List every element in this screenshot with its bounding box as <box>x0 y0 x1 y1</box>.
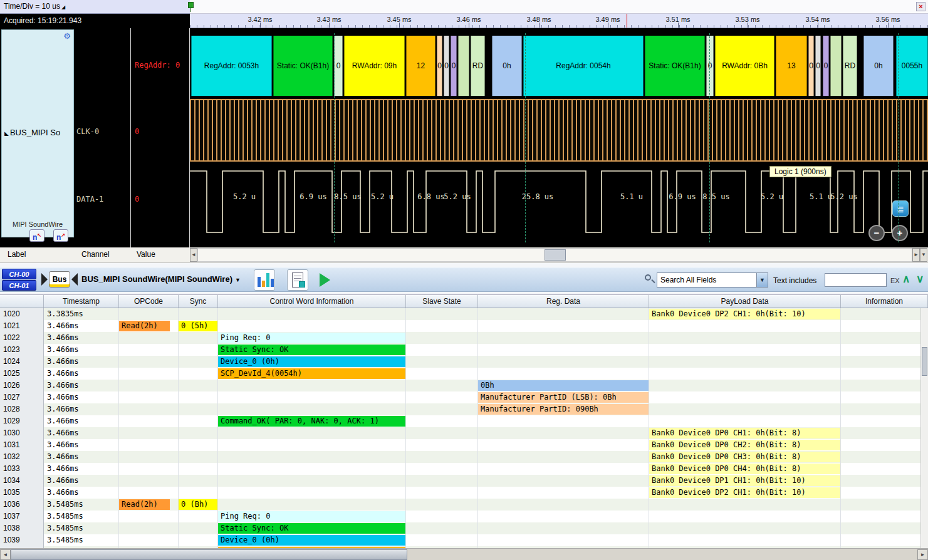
cell-slave <box>406 380 478 391</box>
table-row[interactable]: 10343.466msBank0 Device0 DP1 CH1: 0h(Bit… <box>0 475 928 487</box>
cell-cwi <box>218 391 406 403</box>
cell-info <box>841 475 928 487</box>
bus-selector[interactable]: BUS_MIPI SoundWire(MIPI SoundWire)▼ <box>81 274 241 284</box>
cell-cwi: Device_0 (0h) <box>218 356 406 368</box>
collapse-icon[interactable]: ◣ <box>4 130 9 137</box>
cell-reg <box>478 511 649 522</box>
cell-highlight: Device_0 (0h) <box>218 356 405 367</box>
cell-reg: 0Bh <box>478 380 649 391</box>
row-number: 1028 <box>0 403 44 415</box>
bus-icon[interactable]: Bus <box>41 270 78 289</box>
bus-label[interactable]: ◣BUS_MIPI So <box>4 128 72 137</box>
table-row[interactable]: 10263.466ms0Bh <box>0 380 928 391</box>
bottom-scrollbar[interactable]: ◄ ► <box>0 548 928 560</box>
hscroll-track[interactable] <box>197 248 912 262</box>
table-row[interactable]: 10233.466msStatic Sync: OK <box>0 344 928 356</box>
channel-name-data[interactable]: DATA-1 <box>76 195 103 204</box>
cell-reg <box>478 415 649 427</box>
chart-view-button[interactable] <box>254 269 275 291</box>
bus-channel-panel[interactable]: ⚙ ◣BUS_MIPI So MIPI SoundWire n↖ n↗ <box>1 29 74 237</box>
cell-payload: Bank0 Device0 DP0 CH1: 0h(Bit: 8) <box>649 427 841 439</box>
cell-payload <box>649 380 841 391</box>
zoom-out-button[interactable]: − <box>868 225 885 241</box>
search-prev-icon[interactable]: ∧ <box>902 272 910 286</box>
cell-info <box>841 439 928 451</box>
cell-info <box>841 427 928 439</box>
hscroll-thumb[interactable] <box>545 249 566 261</box>
table-row[interactable]: 10243.466msDevice_0 (0h) <box>0 356 928 368</box>
table-row[interactable]: 10203.3835msBank0 Device0 DP2 CH1: 0h(Bi… <box>0 308 928 320</box>
table-row[interactable]: 10273.466msManufacturer PartID (LSB): 0B… <box>0 391 928 403</box>
cell-info <box>841 356 928 368</box>
cell-highlight: Device_0 (0h) <box>218 535 405 546</box>
timestamp-cell: 3.466ms <box>44 391 119 403</box>
timeline-cursor[interactable] <box>627 14 627 28</box>
cell-highlight: Read(2h) <box>119 499 170 510</box>
table-row[interactable]: 10253.466msSCP_DevId_4(0054h) <box>0 368 928 380</box>
zoom-in-button[interactable]: + <box>892 225 908 241</box>
cell-opcode <box>119 451 179 463</box>
channel-name-clk[interactable]: CLK-0 <box>76 127 99 136</box>
hscroll-left-button[interactable]: ◄ <box>190 248 197 262</box>
table-row[interactable]: 10293.466msCommand_OK( PAR: 0, NAK: 0, A… <box>0 415 928 427</box>
row-number: 1020 <box>0 308 44 320</box>
play-button[interactable] <box>320 273 330 287</box>
trigger-flag-icon <box>188 2 194 8</box>
table-row[interactable]: 10283.466msManufacturer PartID: 090Bh <box>0 403 928 415</box>
timediv-expand-icon[interactable]: ◢ <box>61 4 65 10</box>
table-row[interactable]: 10223.466msPing Req: 0 <box>0 332 928 344</box>
tab-ch01[interactable]: CH-01 <box>2 280 36 291</box>
scroll-left-button[interactable]: ◄ <box>0 549 11 560</box>
table-body: 10203.3835msBank0 Device0 DP2 CH1: 0h(Bi… <box>0 308 928 548</box>
table-vscroll-track[interactable] <box>920 308 928 548</box>
table-row[interactable]: 10393.5485msDevice_0 (0h) <box>0 534 928 546</box>
gear-icon[interactable]: ⚙ <box>63 31 71 41</box>
cell-sync <box>179 332 218 344</box>
table-row[interactable]: 10333.466msBank0 Device0 DP0 CH4: 0h(Bit… <box>0 463 928 475</box>
ruler-tick-mark <box>399 23 400 28</box>
table-row[interactable]: 10373.5485msPing Req: 0 <box>0 511 928 522</box>
tab-ch00[interactable]: CH-00 <box>2 269 36 279</box>
waveform-plot[interactable]: RegAddr: 0053hStatic: OK(B1h)0RWAddr: 09… <box>190 28 928 247</box>
hscroll-right-button[interactable]: ► <box>912 248 920 262</box>
timing-annotation: 8.5 us <box>329 192 367 201</box>
table-row[interactable]: 10213.466msRead(2h)0 (5h) <box>0 320 928 332</box>
report-button[interactable] <box>287 269 308 291</box>
timing-annotation: 5.1 u <box>613 192 650 201</box>
ruler-tick-mark <box>818 23 818 28</box>
cell-slave <box>406 415 478 427</box>
table-row[interactable]: 10303.466msBank0 Device0 DP0 CH1: 0h(Bit… <box>0 427 928 439</box>
cell-opcode: Read(2h) <box>119 499 179 511</box>
trigger-marker-icon[interactable] <box>188 2 194 12</box>
chevron-down-icon[interactable]: ▼ <box>756 273 768 287</box>
search-field-dropdown[interactable]: Search All Fields ▼ <box>657 272 768 288</box>
search-next-icon[interactable]: ∨ <box>916 272 924 286</box>
table-vscroll-thumb[interactable] <box>922 347 927 376</box>
scroll-right-button[interactable]: ► <box>917 549 928 560</box>
close-icon[interactable]: × <box>916 2 925 11</box>
column-header: Reg. Data <box>478 295 649 308</box>
row-number: 1024 <box>0 356 44 368</box>
bottom-scroll-thumb[interactable] <box>11 549 407 560</box>
cell-cwi: Static Sync: OK <box>218 522 406 534</box>
report-shortcut-icon[interactable]: ≣ <box>892 200 909 217</box>
table-row[interactable]: 10313.466msBank0 Device0 DP0 CH2: 0h(Bit… <box>0 439 928 451</box>
hscroll-corner-button[interactable]: ▼ <box>920 248 927 262</box>
cell-cwi <box>218 463 406 475</box>
timestamp-cell: 3.466ms <box>44 427 119 439</box>
timeline-ruler[interactable]: 3.42 ms3.43 ms3.45 ms3.46 ms3.48 ms3.49 … <box>190 14 928 28</box>
decode-segment <box>830 36 842 96</box>
decode-segment: 0 <box>444 36 449 96</box>
text-includes-input[interactable] <box>825 273 887 287</box>
table-row[interactable]: 10383.5485msStatic Sync: OK <box>0 522 928 534</box>
cell-cwi <box>218 308 406 320</box>
cell-info <box>841 368 928 380</box>
cell-info <box>841 511 928 522</box>
table-row[interactable]: 10323.466msBank0 Device0 DP0 CH3: 0h(Bit… <box>0 451 928 463</box>
table-row[interactable]: 10353.466msBank0 Device0 DP2 CH1: 0h(Bit… <box>0 487 928 499</box>
decode-segment: RD <box>843 36 857 96</box>
edge-next-icon[interactable]: n↗ <box>53 229 68 242</box>
edge-prev-icon[interactable]: n↖ <box>29 229 44 242</box>
table-row[interactable]: 10363.5485msRead(2h)0 (Bh) <box>0 499 928 511</box>
timing-annotation: 8.5 us <box>697 192 735 201</box>
